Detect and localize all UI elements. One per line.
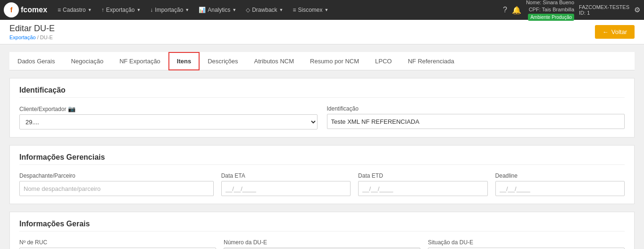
arrow-left-icon: ← xyxy=(602,28,609,35)
cliente-col: Cliente/Exportador 📷 29.... xyxy=(19,105,318,129)
nav-item-siscomex[interactable]: ≡ Siscomex ▼ xyxy=(288,0,333,20)
page-header: Editar DU-E Exportação / DU-E ← Voltar xyxy=(0,20,644,44)
gerais-row-1: Nº de RUC Número da DU-E Situação da DU-… xyxy=(19,239,625,249)
identificacao-col: Identificação xyxy=(327,105,625,129)
gear-icon[interactable]: ⚙ xyxy=(634,6,640,14)
user-id: ID: 1 xyxy=(579,10,629,16)
environment-badge: Ambiente Produção xyxy=(528,14,574,21)
nav-label-cadastro: Cadastro xyxy=(63,7,86,13)
user-info: Nome: Sinara Bueno CPF: Tais Brambilla A… xyxy=(526,0,574,21)
logo-circle: f xyxy=(4,2,19,17)
tab-lpco[interactable]: LPCO xyxy=(367,52,400,70)
upload-icon: ↑ xyxy=(101,7,104,13)
numero-due-label: Número da DU-E xyxy=(224,239,420,246)
logo-text: fcomex xyxy=(21,6,47,14)
cliente-exportador-group: Cliente/Exportador 📷 29.... xyxy=(19,105,318,129)
identificacao-input[interactable] xyxy=(327,114,625,129)
company-info: FAZCOMEX-TESTES ID: 1 xyxy=(579,4,629,16)
tab-itens[interactable]: Itens xyxy=(168,52,200,70)
identificacao-group: Identificação xyxy=(327,105,625,129)
data-etd-input[interactable] xyxy=(358,181,487,196)
nav-label-siscomex: Siscomex xyxy=(298,7,323,13)
top-navigation: f fcomex ≡ Cadastro ▼ ↑ Exportação ▼ ↓ I… xyxy=(0,0,644,20)
gerenciais-title: Informações Gerenciais xyxy=(19,153,625,165)
page-header-left: Editar DU-E Exportação / DU-E xyxy=(9,24,55,40)
page-title: Editar DU-E xyxy=(9,24,55,34)
data-eta-group: Data ETA xyxy=(221,172,351,196)
chevron-down-icon: ▼ xyxy=(232,8,236,12)
tab-negociacao[interactable]: Negociação xyxy=(63,52,111,70)
informacoes-gerais-section: Informações Gerais Nº de RUC Número da D… xyxy=(9,212,635,249)
situacao-due-group: Situação da DU-E Em elaboração Ativa Can… xyxy=(428,239,625,249)
chevron-down-icon: ▼ xyxy=(279,8,284,12)
gerenciais-row: Despachante/Parceiro Data ETA Data ETD D… xyxy=(19,172,625,196)
cliente-exportador-select[interactable]: 29.... xyxy=(19,114,318,129)
logo-letter: f xyxy=(10,6,13,14)
nav-item-analytics[interactable]: 📊 Analytics ▼ xyxy=(194,0,241,20)
siscomex-icon: ≡ xyxy=(293,7,296,13)
gerais-title: Informações Gerais xyxy=(19,220,625,232)
tab-nf-referenciada[interactable]: NF Referenciada xyxy=(400,52,462,70)
breadcrumb-due: DU-E xyxy=(40,34,53,40)
despachante-input[interactable] xyxy=(19,181,214,196)
breadcrumb-exportacao[interactable]: Exportação xyxy=(9,34,36,40)
chevron-down-icon: ▼ xyxy=(136,8,141,12)
chevron-down-icon: ▼ xyxy=(88,8,92,12)
despachante-group: Despachante/Parceiro xyxy=(19,172,214,196)
nav-label-drawback: Drawback xyxy=(252,7,277,13)
identificacao-section: Identificação Cliente/Exportador 📷 29...… xyxy=(9,78,635,137)
breadcrumb: Exportação / DU-E xyxy=(9,34,55,40)
deadline-group: Deadline xyxy=(495,172,625,196)
chevron-down-icon: ▼ xyxy=(185,8,189,12)
help-icon[interactable]: ? xyxy=(503,6,507,14)
identificacao-row: Cliente/Exportador 📷 29.... Identificaçã… xyxy=(19,105,625,129)
nav-label-exportacao: Exportação xyxy=(106,7,135,13)
camera-icon[interactable]: 📷 xyxy=(68,105,75,112)
drawback-icon: ◇ xyxy=(246,7,250,13)
nav-label-importacao: Importação xyxy=(155,7,183,13)
nav-item-importacao[interactable]: ↓ Importação ▼ xyxy=(145,0,194,20)
data-eta-input[interactable] xyxy=(221,181,351,196)
cpf-value: Tais Brambilla xyxy=(542,7,574,12)
tab-dados-gerais[interactable]: Dados Gerais xyxy=(9,52,63,70)
logo[interactable]: f fcomex xyxy=(4,2,47,17)
nruc-group: Nº de RUC xyxy=(19,239,216,249)
deadline-input[interactable] xyxy=(495,181,625,196)
nav-item-exportacao[interactable]: ↑ Exportação ▼ xyxy=(97,0,146,20)
bell-icon[interactable]: 🔔 xyxy=(512,6,521,15)
informacoes-gerenciais-section: Informações Gerenciais Despachante/Parce… xyxy=(9,145,635,204)
identificacao-title: Identificação xyxy=(19,86,625,98)
menu-icon: ≡ xyxy=(58,7,61,13)
download-icon: ↓ xyxy=(150,7,153,13)
deadline-label: Deadline xyxy=(495,172,625,179)
company-name: FAZCOMEX-TESTES xyxy=(579,4,629,10)
tab-bar: Dados Gerais Negociação NF Exportação It… xyxy=(9,52,635,70)
tab-nf-exportacao[interactable]: NF Exportação xyxy=(111,52,168,70)
nav-menu: ≡ Cadastro ▼ ↑ Exportação ▼ ↓ Importação… xyxy=(53,0,503,20)
chevron-down-icon: ▼ xyxy=(325,8,329,12)
tab-atributos-ncm[interactable]: Atributos NCM xyxy=(246,52,302,70)
nav-item-cadastro[interactable]: ≡ Cadastro ▼ xyxy=(53,0,97,20)
voltar-label: Voltar xyxy=(611,28,627,35)
cliente-label-text: Cliente/Exportador xyxy=(19,106,66,112)
nruc-label: Nº de RUC xyxy=(19,239,216,246)
despachante-label: Despachante/Parceiro xyxy=(19,172,214,179)
cpf-label: CPF: xyxy=(529,7,541,12)
nav-right-area: ? 🔔 Nome: Sinara Bueno CPF: Tais Brambil… xyxy=(503,0,640,21)
identificacao-label: Identificação xyxy=(327,105,625,112)
nav-item-drawback[interactable]: ◇ Drawback ▼ xyxy=(241,0,288,20)
data-etd-group: Data ETD xyxy=(358,172,487,196)
tab-resumo-ncm[interactable]: Resumo por NCM xyxy=(302,52,367,70)
voltar-button[interactable]: ← Voltar xyxy=(595,25,635,39)
analytics-icon: 📊 xyxy=(199,7,206,13)
tab-descricoes[interactable]: Descrições xyxy=(200,52,246,70)
user-name: Nome: Sinara Bueno xyxy=(526,0,574,6)
data-eta-label: Data ETA xyxy=(221,172,351,179)
data-etd-label: Data ETD xyxy=(358,172,487,179)
main-content: Dados Gerais Negociação NF Exportação It… xyxy=(0,44,644,249)
user-cpf: CPF: Tais Brambilla xyxy=(526,6,574,13)
cliente-exportador-label: Cliente/Exportador 📷 xyxy=(19,105,318,112)
situacao-due-label: Situação da DU-E xyxy=(428,239,625,246)
numero-due-group: Número da DU-E xyxy=(224,239,420,249)
nav-label-analytics: Analytics xyxy=(208,7,230,13)
